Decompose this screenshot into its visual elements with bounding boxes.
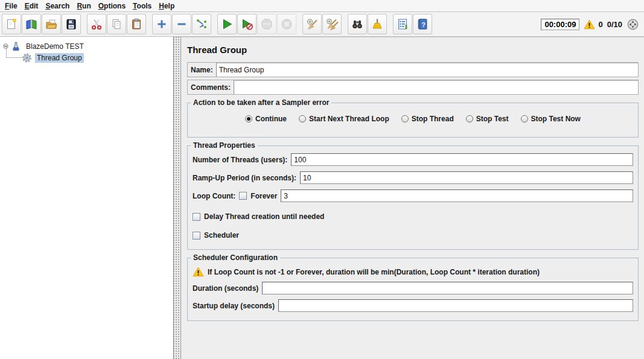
- help-icon: ?: [416, 17, 429, 31]
- toolbar-button-search[interactable]: [348, 14, 367, 34]
- new-file-icon: [5, 17, 18, 31]
- scheduler-checkbox[interactable]: [193, 232, 200, 240]
- toolbar-status-cluster: 00:00:09 0 0/10: [541, 18, 639, 31]
- toolbar-button-collapse-all[interactable]: [172, 14, 191, 34]
- start-no-timers-icon: [240, 17, 253, 31]
- search-reset-icon: [371, 17, 384, 31]
- svg-text:?: ?: [421, 21, 426, 28]
- paste-icon: [130, 17, 143, 31]
- menu-item-tools[interactable]: Tools: [131, 1, 157, 11]
- toolbar-button-open[interactable]: [42, 14, 61, 34]
- templates-icon: [25, 17, 38, 31]
- toolbar-button-search-reset[interactable]: [368, 14, 387, 34]
- thread-properties-title: Thread Properties: [191, 141, 258, 150]
- save-icon: [65, 17, 78, 31]
- toolbar-button-start[interactable]: [217, 14, 237, 34]
- toolbar-button-cut[interactable]: [87, 14, 106, 34]
- search-icon: [351, 17, 364, 31]
- name-row: Name:: [187, 62, 639, 77]
- thread-properties-group: Thread Properties Number of Threads (use…: [187, 145, 639, 250]
- tree-node-label: Thread Group: [35, 53, 84, 63]
- tree-node-blazedemo-test[interactable]: BlazeDemo TEST: [0, 40, 173, 52]
- toolbar-button-copy[interactable]: [107, 14, 126, 34]
- scheduler-warning-text: If Loop Count is not -1 or Forever, dura…: [208, 268, 540, 276]
- toolbar-button-stop[interactable]: STOP: [257, 14, 276, 34]
- toolbar-button-save[interactable]: [62, 14, 81, 34]
- menubar: FileEditSearchRunOptionsToolsHelp: [0, 0, 644, 12]
- copy-icon: [110, 17, 123, 31]
- loop-count-input[interactable]: [281, 189, 633, 202]
- open-icon: [45, 17, 58, 31]
- toolbar: STOP? 00:00:09 0 0/10: [0, 12, 644, 37]
- toolbar-button-start-no-timers[interactable]: [237, 14, 257, 34]
- scheduler-configuration-title: Scheduler Configuration: [191, 253, 280, 262]
- toolbar-button-new-file[interactable]: [2, 14, 21, 34]
- delay-thread-creation-checkbox[interactable]: [193, 213, 200, 221]
- page-title: Thread Group: [187, 45, 639, 55]
- svg-text:STOP: STOP: [263, 23, 270, 26]
- expand-all-icon: [155, 17, 168, 31]
- radio-label: Start Next Thread Loop: [309, 115, 389, 123]
- radio-start-next-thread-loop[interactable]: Start Next Thread Loop: [299, 115, 389, 123]
- start-icon: [220, 17, 234, 31]
- sampler-error-options: ContinueStart Next Thread LoopStop Threa…: [193, 108, 633, 131]
- radio-label: Stop Test Now: [531, 115, 581, 123]
- splitter-handle[interactable]: [174, 37, 181, 359]
- shutdown-icon: [280, 17, 293, 31]
- stop-icon: STOP: [260, 17, 273, 31]
- duration-input[interactable]: [262, 282, 633, 294]
- toolbar-button-clear[interactable]: [302, 14, 322, 34]
- menu-item-file[interactable]: File: [3, 1, 23, 11]
- delay-thread-creation-label: Delay Thread creation until needed: [204, 212, 324, 221]
- toolbar-button-shutdown[interactable]: [277, 14, 296, 34]
- startup-delay-input[interactable]: [278, 299, 633, 312]
- warning-count: 0: [598, 20, 602, 29]
- rampup-period-label: Ramp-Up Period (in seconds):: [193, 174, 296, 182]
- toolbar-buttons: STOP?: [2, 14, 433, 34]
- tree-connector-line: [6, 46, 24, 58]
- menu-item-edit[interactable]: Edit: [23, 1, 44, 11]
- clear-all-icon: [325, 17, 339, 31]
- number-of-threads-row: Number of Threads (users):: [193, 153, 633, 166]
- scheduler-warning-row: If Loop Count is not -1 or Forever, dura…: [193, 267, 633, 277]
- toolbar-button-expand-all[interactable]: [152, 14, 171, 34]
- radio-stop-test[interactable]: Stop Test: [466, 115, 509, 123]
- toolbar-button-toggle[interactable]: [192, 14, 211, 34]
- toolbar-button-help[interactable]: ?: [413, 14, 432, 34]
- toolbar-button-function-helper[interactable]: [393, 14, 412, 34]
- radio-circle-icon: [299, 115, 306, 122]
- radio-stop-test-now[interactable]: Stop Test Now: [521, 115, 581, 123]
- clear-icon: [305, 17, 319, 31]
- content-area: BlazeDemo TESTThread Group Thread Group …: [0, 37, 644, 359]
- rampup-period-row: Ramp-Up Period (in seconds):: [193, 171, 633, 184]
- menu-item-options[interactable]: Options: [97, 1, 131, 11]
- radio-stop-thread[interactable]: Stop Thread: [401, 115, 454, 123]
- loop-count-row: Loop Count: Forever: [193, 189, 633, 202]
- name-label: Name:: [188, 63, 216, 77]
- menu-item-search[interactable]: Search: [43, 1, 75, 11]
- toggle-icon: [195, 17, 208, 31]
- comments-input[interactable]: [234, 80, 638, 94]
- tree-node-thread-group[interactable]: Thread Group: [0, 52, 173, 63]
- tree-node-label: BlazeDemo TEST: [24, 42, 86, 51]
- test-plan-tree: BlazeDemo TESTThread Group: [0, 37, 174, 359]
- forever-checkbox[interactable]: [239, 192, 247, 200]
- radio-label: Continue: [255, 115, 287, 123]
- menu-item-help[interactable]: Help: [157, 1, 180, 11]
- comments-row: Comments:: [187, 80, 639, 95]
- warning-icon: [584, 19, 595, 30]
- forever-label: Forever: [250, 192, 277, 200]
- toolbar-button-paste[interactable]: [127, 14, 146, 34]
- name-input[interactable]: [216, 63, 638, 77]
- startup-delay-label: Startup delay (seconds): [193, 302, 275, 310]
- duration-row: Duration (seconds): [193, 282, 633, 294]
- thread-group-panel: Thread Group Name: Comments: Action to b…: [181, 37, 644, 359]
- radio-continue[interactable]: Continue: [245, 115, 287, 123]
- log-errors-indicator[interactable]: 0: [584, 19, 602, 30]
- menu-item-run[interactable]: Run: [75, 1, 96, 11]
- radio-label: Stop Test: [476, 115, 509, 123]
- toolbar-button-templates[interactable]: [22, 14, 41, 34]
- rampup-period-input[interactable]: [300, 171, 633, 184]
- toolbar-button-clear-all[interactable]: [322, 14, 342, 34]
- number-of-threads-input[interactable]: [291, 153, 633, 166]
